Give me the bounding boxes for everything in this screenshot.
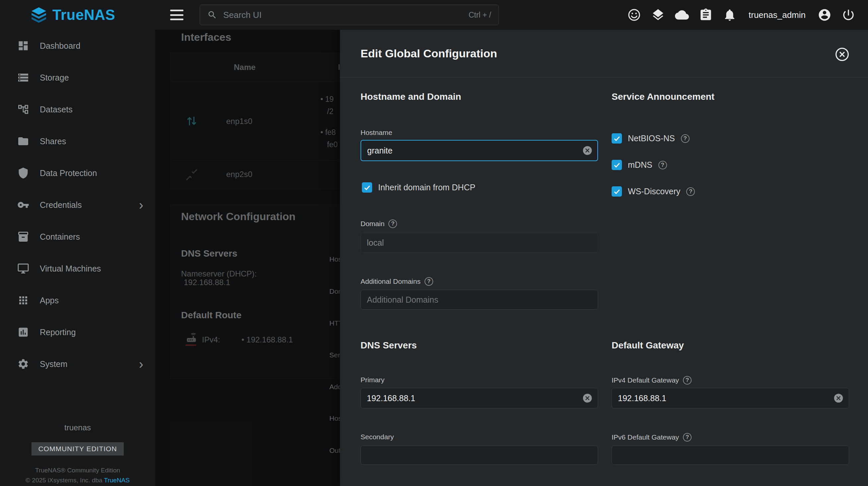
feedback-smiley-icon[interactable] bbox=[627, 8, 641, 22]
checkbox-checked-icon[interactable] bbox=[612, 133, 622, 143]
alerts-bell-icon[interactable] bbox=[723, 8, 737, 22]
chevron-right-icon: › bbox=[139, 357, 143, 370]
help-icon[interactable]: ? bbox=[683, 376, 691, 385]
clear-input-icon[interactable] bbox=[582, 145, 593, 156]
power-icon[interactable] bbox=[841, 8, 856, 22]
sidebar-item-dashboard[interactable]: Dashboard bbox=[0, 30, 155, 62]
monitor-icon bbox=[17, 263, 29, 274]
mdns-checkbox-row[interactable]: mDNS ? bbox=[612, 160, 667, 170]
checkbox-label: Inherit domain from DHCP bbox=[378, 183, 475, 192]
sidebar-item-label: Containers bbox=[40, 232, 80, 242]
sidebar-item-label: System bbox=[40, 359, 67, 369]
domain-label: Domain ? bbox=[361, 220, 397, 228]
close-icon[interactable] bbox=[835, 47, 849, 62]
sidebar-item-system[interactable]: System › bbox=[0, 348, 155, 380]
secondary-dns-input[interactable] bbox=[361, 446, 598, 465]
apps-grid-icon bbox=[17, 294, 29, 306]
folder-icon bbox=[17, 135, 29, 147]
sidebar-item-reporting[interactable]: Reporting bbox=[0, 316, 155, 348]
dashboard-icon bbox=[17, 40, 29, 52]
additional-domains-label: Additional Domains ? bbox=[361, 277, 433, 286]
sidebar-item-apps[interactable]: Apps bbox=[0, 285, 155, 316]
sidebar-item-label: Data Protection bbox=[40, 168, 97, 178]
help-icon[interactable]: ? bbox=[389, 220, 397, 228]
user-avatar-icon[interactable] bbox=[817, 8, 832, 22]
hostname-input[interactable] bbox=[361, 140, 598, 161]
section-service-announcement: Service Announcement bbox=[612, 92, 714, 102]
ipv6-gateway-input[interactable] bbox=[612, 446, 849, 465]
label-text: Additional Domains bbox=[361, 278, 421, 285]
section-dns-servers: DNS Servers bbox=[361, 340, 417, 351]
hostname-label: Hostname bbox=[361, 129, 392, 137]
sidebar-item-shares[interactable]: Shares bbox=[0, 125, 155, 157]
section-hostname-and-domain: Hostname and Domain bbox=[361, 92, 461, 102]
sidebar-item-virtual-machines[interactable]: Virtual Machines bbox=[0, 253, 155, 285]
sidebar-item-label: Storage bbox=[40, 73, 69, 83]
checkbox-checked-icon[interactable] bbox=[362, 182, 372, 193]
panel-title: Edit Global Configuration bbox=[361, 47, 497, 60]
chevron-right-icon: › bbox=[139, 198, 143, 212]
help-icon[interactable]: ? bbox=[686, 187, 695, 196]
sidebar-item-containers[interactable]: Containers bbox=[0, 221, 155, 253]
netbios-checkbox-row[interactable]: NetBIOS-NS ? bbox=[612, 133, 689, 143]
ipv6-gateway-label: IPv6 Default Gateway ? bbox=[612, 433, 691, 442]
help-icon[interactable]: ? bbox=[681, 134, 689, 143]
ipv6-gateway-field bbox=[612, 446, 849, 465]
search-icon bbox=[207, 10, 217, 20]
checkbox-checked-icon[interactable] bbox=[612, 160, 622, 170]
help-icon[interactable]: ? bbox=[658, 161, 667, 169]
storage-icon bbox=[17, 72, 29, 84]
hostname-field bbox=[361, 140, 598, 161]
search-bar[interactable]: Ctrl + / bbox=[200, 5, 499, 25]
cloud-truecommand-icon[interactable] bbox=[675, 8, 689, 22]
label-text: Primary bbox=[361, 376, 384, 384]
sidebar-item-label: Datasets bbox=[40, 105, 73, 115]
sidebar-item-credentials[interactable]: Credentials › bbox=[0, 189, 155, 221]
logo-text: TrueNAS bbox=[53, 7, 115, 23]
sidebar-item-storage[interactable]: Storage bbox=[0, 62, 155, 94]
label-text: Hostname bbox=[361, 129, 392, 137]
ipv4-gateway-input[interactable] bbox=[612, 388, 849, 409]
copyright-text: © 2025 iXsystems, Inc. dba TrueNAS bbox=[0, 477, 155, 484]
datasets-tree-icon bbox=[17, 103, 29, 116]
secondary-dns-label: Secondary bbox=[361, 433, 394, 441]
bar-chart-icon bbox=[17, 326, 29, 338]
menu-toggle-button[interactable] bbox=[170, 10, 183, 20]
label-text: IPv6 Default Gateway bbox=[612, 433, 679, 441]
help-icon[interactable]: ? bbox=[683, 433, 691, 442]
checkbox-checked-icon[interactable] bbox=[612, 186, 622, 197]
search-input[interactable] bbox=[223, 10, 463, 20]
panel-divider bbox=[340, 77, 868, 77]
username[interactable]: truenas_admin bbox=[749, 10, 806, 20]
sidebar-item-label: Dashboard bbox=[40, 41, 80, 51]
ws-discovery-checkbox-row[interactable]: WS-Discovery ? bbox=[612, 186, 695, 197]
jobs-clipboard-icon[interactable] bbox=[699, 8, 713, 22]
truenas-link[interactable]: TrueNAS bbox=[104, 477, 130, 484]
header-actions: truenas_admin bbox=[627, 8, 868, 22]
primary-dns-label: Primary bbox=[361, 376, 384, 384]
domain-input[interactable] bbox=[361, 233, 598, 253]
sidebar-item-label: Apps bbox=[40, 296, 59, 305]
sidebar-item-datasets[interactable]: Datasets bbox=[0, 94, 155, 125]
sidebar-item-label: Shares bbox=[40, 137, 66, 146]
search-shortcut-hint: Ctrl + / bbox=[469, 10, 491, 20]
secondary-dns-field bbox=[361, 446, 598, 465]
sidebar-item-label: Credentials bbox=[40, 200, 82, 210]
label-text: Domain bbox=[361, 220, 384, 228]
checkbox-label: NetBIOS-NS bbox=[628, 134, 675, 143]
top-header: TrueNAS Ctrl + / tr bbox=[0, 0, 868, 30]
clear-input-icon[interactable] bbox=[833, 393, 844, 403]
shield-icon bbox=[17, 167, 29, 179]
sidebar-item-data-protection[interactable]: Data Protection bbox=[0, 157, 155, 189]
help-icon[interactable]: ? bbox=[425, 277, 433, 286]
truenas-logo[interactable]: TrueNAS bbox=[0, 7, 156, 23]
primary-dns-input[interactable] bbox=[361, 388, 598, 409]
layers-icon[interactable] bbox=[651, 8, 665, 22]
inherit-domain-checkbox-row[interactable]: Inherit domain from DHCP bbox=[362, 182, 475, 193]
clear-input-icon[interactable] bbox=[582, 393, 593, 403]
key-icon bbox=[17, 199, 29, 211]
label-text: IPv4 Default Gateway bbox=[612, 376, 679, 384]
additional-domains-input[interactable] bbox=[361, 290, 598, 310]
checkbox-label: mDNS bbox=[628, 160, 652, 170]
container-box-icon bbox=[17, 231, 29, 243]
